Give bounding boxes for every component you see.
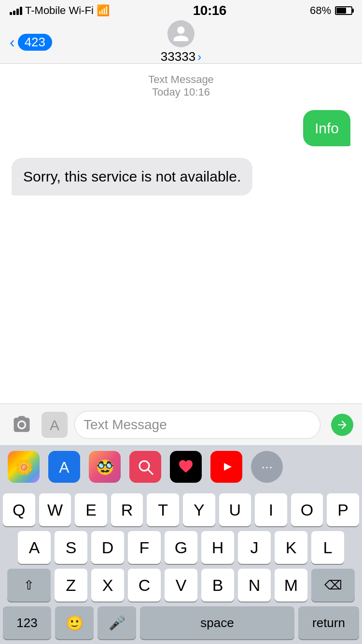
svg-text:A: A — [59, 459, 70, 476]
key-x[interactable]: X — [91, 569, 124, 602]
delete-key[interactable]: ⌫ — [311, 569, 355, 602]
app-store-app-icon[interactable]: A — [48, 451, 80, 483]
wifi-icon: 📶 — [97, 4, 110, 17]
search-app-icon[interactable] — [129, 451, 161, 483]
nav-bar: ‹ 423 33333 › — [0, 21, 362, 64]
memoji-app-icon[interactable]: 🥸 — [89, 451, 121, 483]
camera-button[interactable] — [9, 412, 35, 438]
key-u[interactable]: U — [219, 493, 251, 526]
battery-icon — [335, 6, 352, 15]
key-v[interactable]: V — [165, 569, 197, 602]
app-store-button[interactable]: A — [42, 412, 68, 438]
key-k[interactable]: K — [275, 531, 307, 564]
back-count[interactable]: 423 — [18, 34, 52, 51]
key-g[interactable]: G — [165, 531, 197, 564]
carrier-label: T-Mobile Wi-Fi — [25, 4, 94, 17]
keyboard-row-2: A S D F G H J K L — [3, 531, 359, 564]
text-input-placeholder: Text Message — [84, 417, 167, 433]
camera-icon — [11, 414, 32, 435]
emoji-key[interactable]: 🙂 — [55, 606, 94, 639]
battery-percent: 68% — [310, 4, 331, 17]
text-input-container[interactable]: Text Message — [74, 411, 320, 439]
youtube-app-icon[interactable] — [210, 451, 242, 483]
status-bar: T-Mobile Wi-Fi 📶 10:16 68% — [0, 0, 362, 21]
key-o[interactable]: O — [291, 493, 323, 526]
keyboard-row-4: 123 🙂 🎤 space return — [3, 606, 359, 639]
key-a[interactable]: A — [18, 531, 51, 564]
message-timestamp: Text Message Today 10:16 — [12, 73, 350, 98]
sent-message-row: Info — [12, 110, 350, 146]
svg-text:A: A — [50, 417, 59, 433]
shift-key[interactable]: ⇧ — [7, 569, 51, 602]
key-q[interactable]: Q — [3, 493, 35, 526]
received-message-bubble: Sorry, this service is not available. — [12, 158, 252, 196]
key-p[interactable]: P — [327, 493, 359, 526]
back-chevron-icon: ‹ — [10, 33, 15, 51]
signal-bars — [10, 6, 22, 15]
keyboard-row-3: ⇧ Z X C V B N M ⌫ — [3, 569, 359, 602]
send-button[interactable] — [331, 414, 353, 436]
search-icon — [135, 456, 156, 477]
key-f[interactable]: F — [128, 531, 161, 564]
key-l[interactable]: L — [311, 531, 344, 564]
keyboard: Q W E R T Y U I O P A S D F G H J K L ⇧ … — [0, 489, 362, 644]
back-button[interactable]: ‹ 423 — [10, 33, 52, 51]
contact-name[interactable]: 33333 › — [161, 49, 201, 64]
return-key[interactable]: return — [298, 606, 359, 639]
hearts-app-icon[interactable] — [170, 451, 202, 483]
numbers-key[interactable]: 123 — [3, 606, 51, 639]
key-m[interactable]: M — [275, 569, 307, 602]
signal-bar-1 — [10, 12, 12, 15]
keyboard-row-1: Q W E R T Y U I O P — [3, 493, 359, 526]
microphone-key[interactable]: 🎤 — [97, 606, 136, 639]
key-s[interactable]: S — [55, 531, 87, 564]
send-icon — [336, 419, 348, 431]
app-store-icon: A — [42, 412, 68, 438]
messages-area: Text Message Today 10:16 Info Sorry, thi… — [0, 64, 362, 404]
status-left: T-Mobile Wi-Fi 📶 — [10, 4, 110, 17]
input-bar: A Text Message — [0, 404, 362, 445]
key-e[interactable]: E — [75, 493, 107, 526]
key-h[interactable]: H — [201, 531, 234, 564]
key-y[interactable]: Y — [183, 493, 215, 526]
status-right: 68% — [310, 4, 352, 17]
key-i[interactable]: I — [255, 493, 287, 526]
sent-message-bubble: Info — [303, 110, 350, 146]
contact-chevron-icon: › — [197, 50, 201, 64]
key-z[interactable]: Z — [55, 569, 87, 602]
key-d[interactable]: D — [91, 531, 124, 564]
received-message-row: Sorry, this service is not available. — [12, 158, 350, 196]
app-strip: 🌼 A 🥸 ··· — [0, 445, 362, 489]
person-icon — [172, 25, 190, 43]
signal-bar-3 — [16, 9, 19, 15]
more-apps-button[interactable]: ··· — [251, 451, 283, 483]
app-store-logo: A — [54, 456, 75, 477]
key-c[interactable]: C — [128, 569, 161, 602]
youtube-icon — [216, 456, 237, 477]
heart-icon — [175, 456, 196, 477]
key-j[interactable]: J — [238, 531, 271, 564]
photos-app-icon[interactable]: 🌼 — [8, 451, 40, 483]
svg-line-4 — [148, 470, 153, 475]
key-b[interactable]: B — [201, 569, 234, 602]
nav-center: 33333 › — [161, 20, 201, 64]
battery-fill — [336, 8, 346, 14]
key-t[interactable]: T — [147, 493, 179, 526]
contact-avatar[interactable] — [167, 20, 195, 47]
key-w[interactable]: W — [39, 493, 71, 526]
svg-marker-5 — [224, 463, 232, 471]
key-r[interactable]: R — [111, 493, 143, 526]
key-n[interactable]: N — [238, 569, 271, 602]
status-time: 10:16 — [193, 3, 226, 18]
signal-bar-4 — [20, 7, 22, 15]
svg-point-3 — [139, 461, 149, 471]
signal-bar-2 — [13, 11, 15, 15]
space-key[interactable]: space — [140, 606, 294, 639]
